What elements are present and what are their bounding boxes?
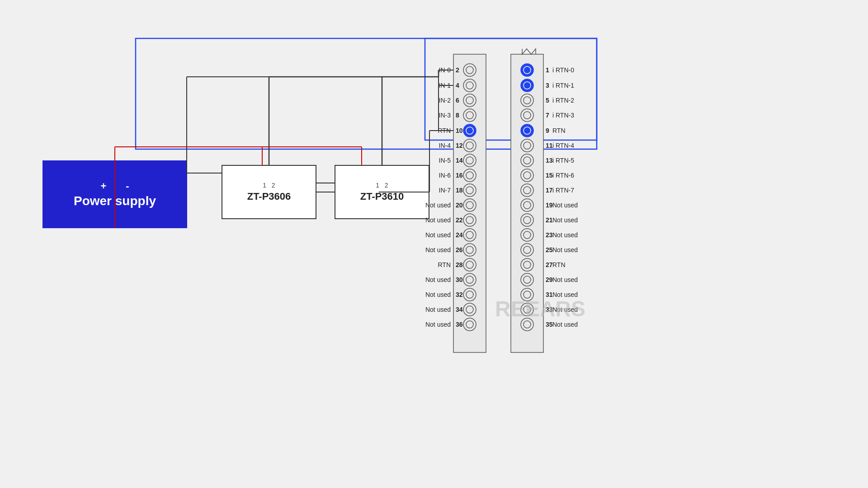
pin-R-19-inner (524, 202, 531, 209)
diagram-container: + - Power supply 1 2 ZT-P3606 1 2 ZT-P36… (0, 0, 868, 488)
pin-L-14 (463, 154, 476, 167)
label-not-used-R-25: Not used (552, 246, 578, 253)
label-not-used-R-35: Not used (552, 321, 578, 328)
label-IN-0: IN-0 (439, 66, 451, 74)
label-iRTN-5: i RTN-5 (552, 157, 574, 164)
pin-R-13 (521, 154, 533, 167)
zt3606-box: 1 2 ZT-P3606 (222, 165, 316, 219)
label-iRTN-4: i RTN-4 (552, 142, 574, 149)
zt3610-terminals: 1 2 (360, 182, 404, 189)
pinnum-1: 1 (546, 66, 549, 74)
pin-L-8 (463, 109, 476, 122)
label-iRTN-0: i RTN-0 (552, 66, 574, 74)
label-iRTN-2: i RTN-2 (552, 97, 574, 104)
pinnum-31: 31 (546, 291, 553, 298)
pin-R-23-inner (524, 231, 531, 239)
pin-R-21-inner (524, 216, 531, 224)
pin-L-28 (463, 258, 476, 271)
pinnum-13: 13 (546, 157, 553, 164)
pinnum-30: 30 (456, 276, 463, 283)
pin-L-24 (463, 229, 476, 241)
pin-R-25 (521, 244, 533, 256)
pin-L-10-inner (466, 127, 473, 134)
pin-R-23 (521, 229, 533, 241)
pinnum-21: 21 (546, 216, 553, 224)
pin-R-31-inner (524, 291, 531, 298)
label-not-used-34: Not used (425, 306, 451, 313)
label-RTN-28: RTN (438, 261, 451, 268)
label-IN-5: IN-5 (439, 157, 451, 164)
pinnum-11: 11 (546, 142, 553, 149)
svg-diagram: IN-0 IN-1 IN-2 IN-3 RTN IN-4 IN-5 IN-6 I… (0, 0, 868, 488)
watermark: REEARS (495, 297, 585, 321)
pin-R-15 (521, 169, 533, 182)
blue-border-terminal (425, 38, 597, 140)
pin-R-21 (521, 214, 533, 226)
pin-L-34 (463, 303, 476, 316)
pin-L-4 (463, 79, 476, 92)
pinnum-35: 35 (546, 321, 553, 328)
pin-R-9-inner (524, 127, 531, 134)
label-not-used-R-31: Not used (552, 291, 578, 298)
pinnum-7: 7 (546, 112, 549, 119)
pin-R-27 (521, 258, 533, 271)
pin-R-25-inner (524, 246, 531, 253)
label-IN-6: IN-6 (439, 172, 451, 179)
label-RTN-R: RTN (552, 127, 566, 134)
pin-L-8-inner (466, 112, 473, 119)
blue-border-top (136, 38, 597, 149)
pin-R-35 (521, 318, 533, 331)
pinnum-34: 34 (456, 306, 463, 313)
label-not-used-24: Not used (425, 231, 451, 239)
pin-L-16 (463, 169, 476, 182)
pinnum-20: 20 (456, 202, 463, 209)
pin-L-30 (463, 273, 476, 286)
pin-L-2 (463, 64, 476, 76)
pin-R-29 (521, 273, 533, 286)
ps-plus: + (101, 180, 107, 192)
pinnum-28: 28 (456, 261, 463, 268)
pin-L-26 (463, 244, 476, 256)
pin-R-29-inner (524, 276, 531, 283)
zt3610-label: ZT-P3610 (360, 191, 404, 202)
right-housing (511, 54, 543, 352)
pin-L-28-inner (466, 261, 473, 268)
label-not-used-R-19: Not used (552, 202, 578, 209)
pin-L-18 (463, 184, 476, 197)
label-not-used-R-23: Not used (552, 231, 578, 239)
label-not-used-R-21: Not used (552, 216, 578, 224)
pin-R-17-inner (524, 187, 531, 194)
pinnum-24: 24 (456, 231, 463, 239)
pin-L-34-inner (466, 306, 473, 313)
pin-R-31 (521, 288, 533, 301)
label-not-used-R-29: Not used (552, 276, 578, 283)
left-housing (453, 54, 486, 352)
pin-R-35-inner (524, 321, 531, 328)
label-IN-4: IN-4 (439, 142, 451, 149)
pin-L-14-inner (466, 157, 473, 164)
label-iRTN-3: i RTN-3 (552, 112, 574, 119)
label-RTN-L: RTN (438, 127, 451, 134)
pin-R-7-inner (524, 112, 531, 119)
ps-symbols: + - (101, 180, 129, 192)
pin-R-3-inner (524, 82, 531, 89)
pinnum-5: 5 (546, 97, 549, 104)
pin-L-32 (463, 288, 476, 301)
pinnum-33: 33 (546, 306, 553, 313)
pin-R-17 (521, 184, 533, 197)
pinnum-16: 16 (456, 172, 463, 179)
zt3606-terminals: 1 2 (247, 182, 291, 189)
pin-L-12-inner (466, 142, 473, 149)
pinnum-9: 9 (546, 127, 549, 134)
zt3606-label: ZT-P3606 (247, 191, 291, 202)
pinnum-18: 18 (456, 187, 463, 194)
pin-L-22 (463, 214, 476, 226)
pin-R-27-inner (524, 261, 531, 268)
pin-L-18-inner (466, 187, 473, 194)
label-not-used-36: Not used (425, 321, 451, 328)
pin-L-36 (463, 318, 476, 331)
pin-L-6-inner (466, 97, 473, 104)
pin-L-6 (463, 94, 476, 107)
pin-L-20-inner (466, 202, 473, 209)
label-IN-2: IN-2 (439, 97, 451, 104)
